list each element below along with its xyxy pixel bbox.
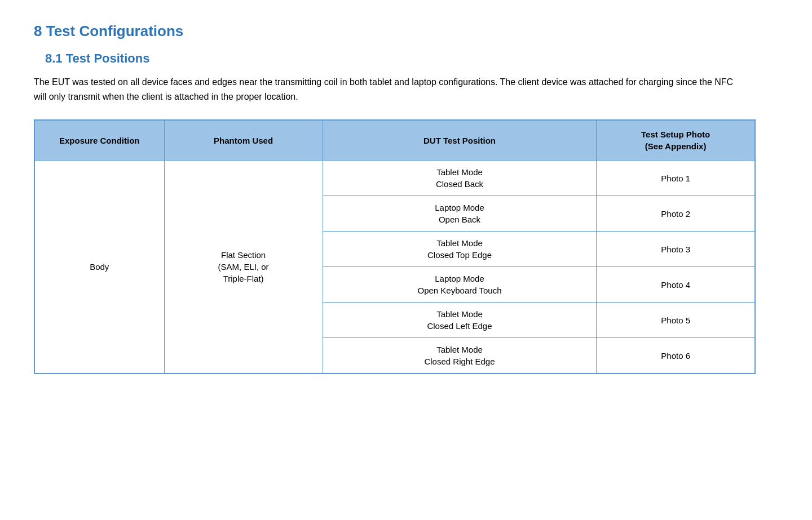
table-row: BodyFlat Section(SAM, ELI, orTriple-Flat… bbox=[34, 161, 755, 196]
cell-phantom: Flat Section(SAM, ELI, orTriple-Flat) bbox=[164, 161, 323, 374]
table-header-row: Exposure Condition Phantom Used DUT Test… bbox=[34, 120, 755, 161]
body-text: The EUT was tested on all device faces a… bbox=[34, 75, 744, 104]
cell-dut-position: Tablet ModeClosed Back bbox=[323, 161, 597, 196]
cell-dut-position: Tablet ModeClosed Right Edge bbox=[323, 338, 597, 374]
cell-photo: Photo 2 bbox=[597, 196, 755, 232]
cell-dut-position: Laptop ModeOpen Back bbox=[323, 196, 597, 232]
cell-dut-position: Laptop ModeOpen Keyboard Touch bbox=[323, 267, 597, 303]
cell-photo: Photo 4 bbox=[597, 267, 755, 303]
cell-dut-position: Tablet ModeClosed Top Edge bbox=[323, 232, 597, 267]
cell-photo: Photo 3 bbox=[597, 232, 755, 267]
cell-photo: Photo 5 bbox=[597, 303, 755, 338]
cell-dut-position: Tablet ModeClosed Left Edge bbox=[323, 303, 597, 338]
header-photo: Test Setup Photo(See Appendix) bbox=[597, 120, 755, 161]
section-title: 8 Test Configurations bbox=[34, 23, 778, 40]
header-exposure: Exposure Condition bbox=[34, 120, 164, 161]
cell-photo: Photo 6 bbox=[597, 338, 755, 374]
subsection-title: 8.1 Test Positions bbox=[45, 51, 778, 66]
header-phantom: Phantom Used bbox=[164, 120, 323, 161]
cell-exposure: Body bbox=[34, 161, 164, 374]
test-configurations-table: Exposure Condition Phantom Used DUT Test… bbox=[34, 119, 756, 374]
header-dut: DUT Test Position bbox=[323, 120, 597, 161]
cell-photo: Photo 1 bbox=[597, 161, 755, 196]
